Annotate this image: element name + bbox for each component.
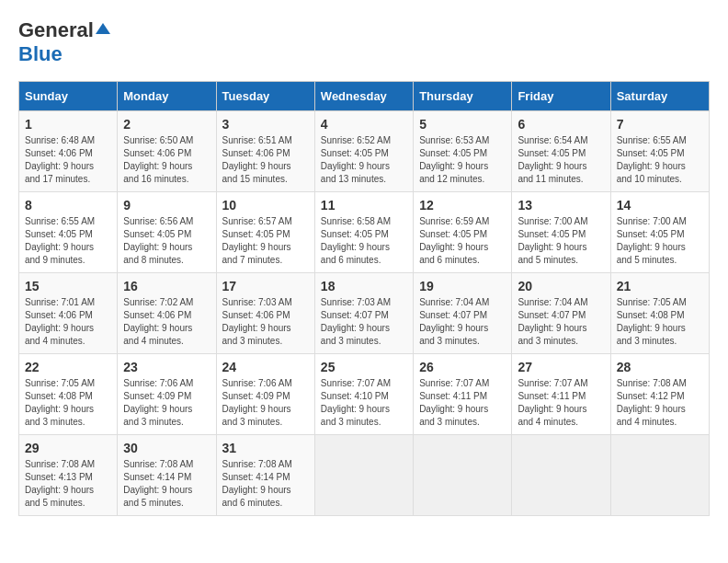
empty-cell: [414, 435, 512, 516]
calendar-day-cell: 9 Sunrise: 6:56 AM Sunset: 4:05 PM Dayli…: [118, 192, 216, 273]
day-info: Sunrise: 7:04 AM Sunset: 4:07 PM Dayligh…: [518, 296, 604, 348]
day-info: Sunrise: 7:08 AM Sunset: 4:14 PM Dayligh…: [222, 458, 309, 510]
weekday-header-row: SundayMondayTuesdayWednesdayThursdayFrid…: [19, 82, 710, 111]
day-info: Sunrise: 6:54 AM Sunset: 4:05 PM Dayligh…: [518, 134, 604, 186]
day-info: Sunrise: 7:07 AM Sunset: 4:10 PM Dayligh…: [321, 377, 407, 429]
calendar-day-cell: 28 Sunrise: 7:08 AM Sunset: 4:12 PM Dayl…: [610, 354, 709, 435]
calendar-day-cell: 13 Sunrise: 7:00 AM Sunset: 4:05 PM Dayl…: [512, 192, 610, 273]
calendar-day-cell: 23 Sunrise: 7:06 AM Sunset: 4:09 PM Dayl…: [118, 354, 216, 435]
day-number: 30: [123, 441, 210, 455]
calendar-day-cell: 26 Sunrise: 7:07 AM Sunset: 4:11 PM Dayl…: [414, 354, 512, 435]
calendar-day-cell: 20 Sunrise: 7:04 AM Sunset: 4:07 PM Dayl…: [512, 273, 610, 354]
calendar-day-cell: 11 Sunrise: 6:58 AM Sunset: 4:05 PM Dayl…: [314, 192, 413, 273]
day-info: Sunrise: 6:50 AM Sunset: 4:06 PM Dayligh…: [123, 134, 210, 186]
day-number: 16: [123, 279, 210, 293]
day-info: Sunrise: 7:08 AM Sunset: 4:14 PM Dayligh…: [123, 458, 210, 510]
day-number: 25: [321, 360, 407, 374]
logo-triangle-icon: [96, 21, 110, 36]
weekday-header-saturday: Saturday: [610, 82, 709, 111]
weekday-header-friday: Friday: [512, 82, 610, 111]
calendar-day-cell: 8 Sunrise: 6:55 AM Sunset: 4:05 PM Dayli…: [19, 192, 118, 273]
day-info: Sunrise: 7:04 AM Sunset: 4:07 PM Dayligh…: [419, 296, 506, 348]
calendar-day-cell: 1 Sunrise: 6:48 AM Sunset: 4:06 PM Dayli…: [19, 111, 118, 192]
calendar-table: SundayMondayTuesdayWednesdayThursdayFrid…: [18, 81, 710, 516]
day-info: Sunrise: 7:01 AM Sunset: 4:06 PM Dayligh…: [25, 296, 111, 348]
calendar-day-cell: 4 Sunrise: 6:52 AM Sunset: 4:05 PM Dayli…: [314, 111, 413, 192]
day-number: 17: [222, 279, 309, 293]
day-number: 28: [617, 360, 703, 374]
day-info: Sunrise: 7:06 AM Sunset: 4:09 PM Dayligh…: [222, 377, 309, 429]
logo-blue-text: Blue: [18, 42, 63, 65]
day-info: Sunrise: 6:56 AM Sunset: 4:05 PM Dayligh…: [123, 215, 210, 267]
day-number: 22: [25, 360, 111, 374]
day-number: 19: [419, 279, 506, 293]
day-number: 26: [419, 360, 506, 374]
day-info: Sunrise: 7:07 AM Sunset: 4:11 PM Dayligh…: [419, 377, 506, 429]
day-number: 20: [518, 279, 604, 293]
day-info: Sunrise: 7:03 AM Sunset: 4:06 PM Dayligh…: [222, 296, 309, 348]
calendar-day-cell: 30 Sunrise: 7:08 AM Sunset: 4:14 PM Dayl…: [118, 435, 216, 516]
calendar-week-row: 22 Sunrise: 7:05 AM Sunset: 4:08 PM Dayl…: [19, 354, 710, 435]
calendar-week-row: 29 Sunrise: 7:08 AM Sunset: 4:13 PM Dayl…: [19, 435, 710, 516]
empty-cell: [314, 435, 413, 516]
day-info: Sunrise: 7:00 AM Sunset: 4:05 PM Dayligh…: [518, 215, 604, 267]
weekday-header-wednesday: Wednesday: [314, 82, 413, 111]
logo-general-text: General: [18, 18, 94, 42]
day-info: Sunrise: 6:51 AM Sunset: 4:06 PM Dayligh…: [222, 134, 309, 186]
day-number: 31: [222, 441, 309, 455]
day-info: Sunrise: 7:05 AM Sunset: 4:08 PM Dayligh…: [25, 377, 111, 429]
day-number: 1: [25, 117, 111, 132]
calendar-day-cell: 17 Sunrise: 7:03 AM Sunset: 4:06 PM Dayl…: [216, 273, 314, 354]
calendar-day-cell: 7 Sunrise: 6:55 AM Sunset: 4:05 PM Dayli…: [610, 111, 709, 192]
svg-marker-0: [96, 23, 110, 34]
day-info: Sunrise: 7:05 AM Sunset: 4:08 PM Dayligh…: [617, 296, 703, 348]
page-header: General Blue: [18, 18, 710, 66]
calendar-day-cell: 5 Sunrise: 6:53 AM Sunset: 4:05 PM Dayli…: [414, 111, 512, 192]
day-number: 7: [617, 117, 703, 132]
day-info: Sunrise: 6:55 AM Sunset: 4:05 PM Dayligh…: [617, 134, 703, 186]
day-number: 6: [518, 117, 604, 132]
calendar-day-cell: 18 Sunrise: 7:03 AM Sunset: 4:07 PM Dayl…: [314, 273, 413, 354]
day-number: 13: [518, 198, 604, 213]
day-number: 10: [222, 198, 309, 213]
empty-cell: [512, 435, 610, 516]
weekday-header-tuesday: Tuesday: [216, 82, 314, 111]
day-number: 24: [222, 360, 309, 374]
day-number: 4: [321, 117, 407, 132]
calendar-day-cell: 15 Sunrise: 7:01 AM Sunset: 4:06 PM Dayl…: [19, 273, 118, 354]
calendar-day-cell: 16 Sunrise: 7:02 AM Sunset: 4:06 PM Dayl…: [118, 273, 216, 354]
day-info: Sunrise: 7:08 AM Sunset: 4:12 PM Dayligh…: [617, 377, 703, 429]
weekday-header-monday: Monday: [118, 82, 216, 111]
day-number: 15: [25, 279, 111, 293]
calendar-day-cell: 2 Sunrise: 6:50 AM Sunset: 4:06 PM Dayli…: [118, 111, 216, 192]
day-number: 14: [617, 198, 703, 213]
day-info: Sunrise: 7:03 AM Sunset: 4:07 PM Dayligh…: [321, 296, 407, 348]
calendar-day-cell: 29 Sunrise: 7:08 AM Sunset: 4:13 PM Dayl…: [19, 435, 118, 516]
calendar-week-row: 1 Sunrise: 6:48 AM Sunset: 4:06 PM Dayli…: [19, 111, 710, 192]
day-number: 8: [25, 198, 111, 213]
day-number: 9: [123, 198, 210, 213]
day-info: Sunrise: 6:58 AM Sunset: 4:05 PM Dayligh…: [321, 215, 407, 267]
calendar-day-cell: 10 Sunrise: 6:57 AM Sunset: 4:05 PM Dayl…: [216, 192, 314, 273]
calendar-week-row: 15 Sunrise: 7:01 AM Sunset: 4:06 PM Dayl…: [19, 273, 710, 354]
day-info: Sunrise: 7:02 AM Sunset: 4:06 PM Dayligh…: [123, 296, 210, 348]
day-info: Sunrise: 6:59 AM Sunset: 4:05 PM Dayligh…: [419, 215, 506, 267]
day-info: Sunrise: 6:53 AM Sunset: 4:05 PM Dayligh…: [419, 134, 506, 186]
empty-cell: [610, 435, 709, 516]
day-info: Sunrise: 6:52 AM Sunset: 4:05 PM Dayligh…: [321, 134, 407, 186]
calendar-day-cell: 21 Sunrise: 7:05 AM Sunset: 4:08 PM Dayl…: [610, 273, 709, 354]
weekday-header-thursday: Thursday: [414, 82, 512, 111]
day-number: 29: [25, 441, 111, 455]
calendar-day-cell: 22 Sunrise: 7:05 AM Sunset: 4:08 PM Dayl…: [19, 354, 118, 435]
calendar-day-cell: 3 Sunrise: 6:51 AM Sunset: 4:06 PM Dayli…: [216, 111, 314, 192]
weekday-header-sunday: Sunday: [19, 82, 118, 111]
calendar-day-cell: 27 Sunrise: 7:07 AM Sunset: 4:11 PM Dayl…: [512, 354, 610, 435]
calendar-day-cell: 24 Sunrise: 7:06 AM Sunset: 4:09 PM Dayl…: [216, 354, 314, 435]
day-info: Sunrise: 6:48 AM Sunset: 4:06 PM Dayligh…: [25, 134, 111, 186]
day-number: 2: [123, 117, 210, 132]
day-info: Sunrise: 7:07 AM Sunset: 4:11 PM Dayligh…: [518, 377, 604, 429]
calendar-week-row: 8 Sunrise: 6:55 AM Sunset: 4:05 PM Dayli…: [19, 192, 710, 273]
day-number: 12: [419, 198, 506, 213]
calendar-day-cell: 19 Sunrise: 7:04 AM Sunset: 4:07 PM Dayl…: [414, 273, 512, 354]
calendar-day-cell: 14 Sunrise: 7:00 AM Sunset: 4:05 PM Dayl…: [610, 192, 709, 273]
